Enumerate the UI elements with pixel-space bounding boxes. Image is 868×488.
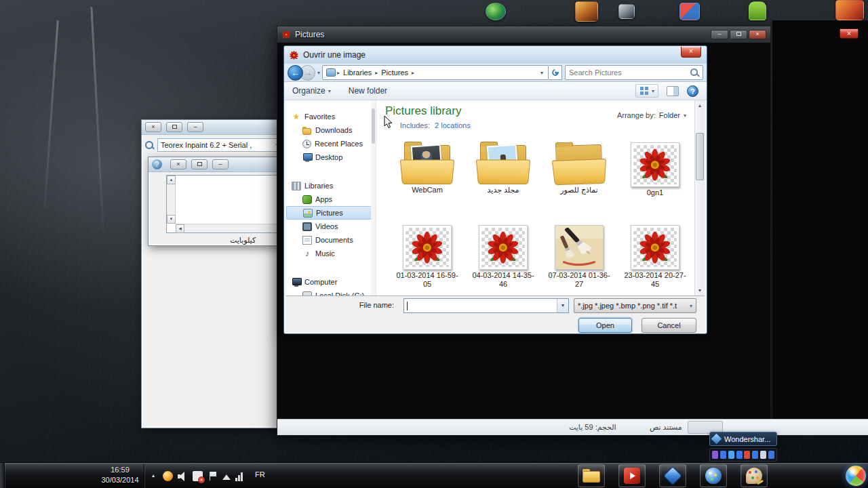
sidebar-item-videos[interactable]: Videos [286,220,376,233]
recorder-tooltip[interactable]: Wondershar... [709,432,777,446]
recorder-button-6[interactable] [752,451,758,459]
scrollbar-thumb[interactable] [372,108,375,144]
dialog-titlebar[interactable]: Ouvrir une image × [284,46,707,64]
sidebar-item-recent-places[interactable]: Recent Places [286,137,376,150]
scroll-up-button[interactable]: ▲ [167,176,176,184]
pictures-titlebar[interactable]: Pictures – × [277,26,770,43]
file-item-image[interactable]: 23-03-2014 20-27-45 [617,218,693,301]
list-box[interactable]: ▲ ▼ ◀ [166,175,281,233]
inpaint-search-field[interactable]: Teorex Inpaint 6.2 + Serial , ▾ [157,138,282,152]
sidebar-item-documents[interactable]: Documents [286,233,376,247]
breadcrumb[interactable]: ▸ Libraries ▸ Pictures ▸ ▾ [322,65,549,80]
desktop-shortcut-android[interactable] [749,1,766,20]
breadcrumb-libraries[interactable]: Libraries [340,68,375,77]
desktop-shortcut-game-1[interactable] [575,1,598,22]
sidebar-scrollbar[interactable] [371,100,376,296]
taskbar-app-gem-button[interactable] [659,464,686,487]
show-desktop-button[interactable] [0,463,5,488]
minimize-button[interactable]: – [212,159,229,169]
inpaint-titlebar[interactable]: × – [142,120,284,135]
start-button[interactable] [846,466,866,486]
action-center-icon[interactable] [193,471,203,481]
sidebar-group-favorites[interactable]: ★ Favorites [286,110,376,123]
recorder-button-4[interactable] [736,451,743,459]
cancel-button[interactable]: Cancel [642,318,696,333]
taskbar-app-palette-button[interactable] [741,464,768,487]
file-name-dropdown[interactable]: ▾ [557,299,568,312]
sidebar-item-music[interactable]: ♪ Music [286,247,376,260]
file-name-input[interactable] [408,299,557,312]
vertical-scrollbar[interactable]: ▲ ▼ [167,176,176,224]
close-button[interactable]: × [681,47,701,58]
close-button[interactable]: × [749,30,766,39]
desktop-shortcut-game-4[interactable] [835,0,864,20]
organize-menu[interactable]: Organize ▾ [292,86,331,96]
minimize-button[interactable]: – [187,122,203,132]
maximize-button[interactable] [191,159,208,169]
recorder-button-2[interactable] [720,451,726,459]
sidebar-group-libraries[interactable]: Libraries [286,179,376,192]
file-item-image[interactable]: 0gn1 [617,136,693,218]
recorder-button-1[interactable] [712,451,718,459]
file-name-combo[interactable]: ▾ [403,298,569,313]
taskbar-clock[interactable]: 16:59 30/03/2014 [99,465,141,485]
file-item-image[interactable]: 01-03-2014 16-59-05 [389,218,465,301]
recorder-button-8[interactable] [768,451,774,459]
scrollbar[interactable]: ▲ ▼ [694,100,705,296]
minimize-button[interactable]: – [711,30,728,39]
horizontal-scrollbar[interactable]: ◀ [176,224,281,232]
desktop-shortcut-game-2[interactable] [618,4,635,19]
back-button[interactable]: ← [288,65,303,81]
sidebar-item-apps[interactable]: Apps [286,192,376,206]
maximize-button[interactable] [730,30,747,39]
eject-icon[interactable] [222,470,231,480]
arrange-by-control[interactable]: Arrange by: Folder ▾ [617,111,686,119]
search-input[interactable] [566,66,688,79]
recorder-button-7[interactable] [760,451,766,459]
sidebar-item-desktop[interactable]: Desktop [286,150,376,164]
desktop-shortcut-globe[interactable] [486,3,506,20]
file-type-dropdown[interactable]: *.jpg *.jpeg *.bmp *.png *.tif *.t ▾ [574,298,696,313]
volume-icon[interactable] [178,471,188,481]
new-folder-button[interactable]: New folder [349,86,387,96]
maximize-button[interactable] [166,122,182,132]
show-hidden-icons-button[interactable]: ▴ [148,470,159,481]
scroll-down-button[interactable]: ▼ [167,215,176,224]
locations-link[interactable]: 2 locations [435,121,471,129]
sidebar-item-downloads[interactable]: Downloads [286,123,376,137]
file-item-image[interactable]: 07-03-2014 01-36-27 [541,218,617,301]
preview-pane-button[interactable] [667,86,679,96]
taskbar-app-red-button[interactable] [618,464,646,487]
close-button[interactable]: × [840,28,859,39]
scroll-up-button[interactable]: ▲ [695,100,705,110]
open-button[interactable]: Open [578,318,632,333]
file-item-image[interactable]: 04-03-2014 14-35-46 [465,218,541,301]
flag-icon[interactable] [208,471,218,481]
file-item-webcam[interactable]: WebCam [389,136,465,218]
scroll-down-button[interactable]: ▼ [695,285,705,296]
file-item-new-folder[interactable]: مجلد جديد [465,136,541,218]
taskbar-app-globe-button[interactable] [700,464,727,487]
views-button[interactable]: ▾ [635,84,658,98]
sidebar-item-pictures[interactable]: Pictures [286,206,372,220]
sidebar-group-computer[interactable]: Computer [286,275,376,289]
refresh-button[interactable] [549,65,562,80]
sidebar-item-local-disk-c[interactable]: Local Disk (C:) [286,289,376,296]
tray-app-icon[interactable] [163,471,173,481]
breadcrumb-pictures[interactable]: Pictures [378,68,412,77]
recent-pages-dropdown[interactable]: ▾ [317,70,320,76]
close-button[interactable]: × [145,122,161,132]
recorder-button-3[interactable] [728,451,734,459]
network-icon[interactable] [235,471,245,481]
close-button[interactable]: × [170,159,186,169]
recorder-button-5[interactable] [744,451,750,459]
scroll-left-button[interactable]: ◀ [176,224,184,233]
language-indicator[interactable]: FR [255,470,265,479]
address-dropdown[interactable]: ▾ [540,70,546,76]
scrollbar-thumb[interactable] [696,133,704,180]
help-icon[interactable]: ? [152,159,162,169]
help-button[interactable]: ? [687,85,698,97]
file-item-samples-folder[interactable]: نماذج للصور [541,136,617,218]
search-box[interactable] [565,65,703,80]
desktop-shortcut-game-3[interactable] [679,3,700,20]
